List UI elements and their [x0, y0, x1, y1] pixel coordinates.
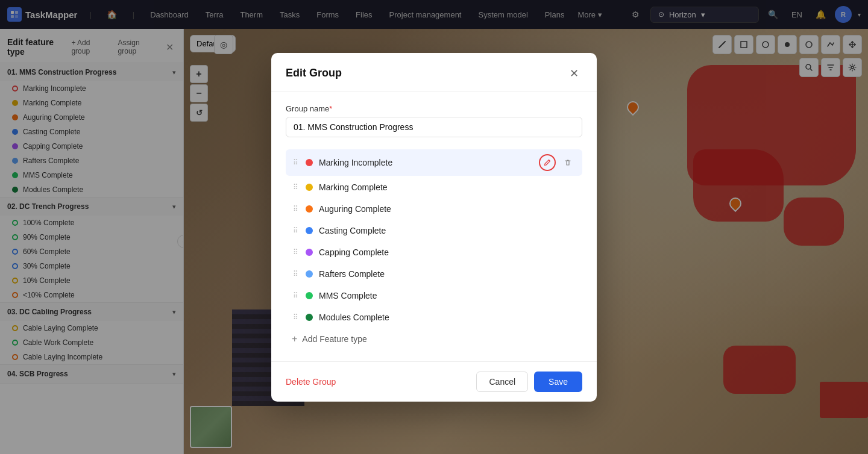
- drag-handle[interactable]: ⠿: [292, 225, 300, 236]
- drag-handle[interactable]: ⠿: [292, 312, 300, 323]
- drag-handle[interactable]: ⠿: [292, 204, 300, 214]
- feature-type-item-capping-complete: ⠿ Capping Complete: [286, 242, 582, 263]
- feature-color-dot: [306, 227, 313, 234]
- feature-type-name: Marking Incomplete: [319, 158, 533, 167]
- feature-type-item-mms-complete: ⠿ MMS Complete: [286, 285, 582, 306]
- modal-overlay[interactable]: Edit Group ✕ Group name* ⠿ Marking Incom…: [0, 0, 868, 454]
- feature-type-name: Marking Complete: [319, 182, 570, 192]
- feature-type-item-casting-complete: ⠿ Casting Complete: [286, 220, 582, 241]
- feature-color-dot: [306, 184, 313, 191]
- drag-handle[interactable]: ⠿: [292, 290, 300, 301]
- feature-type-name: MMS Complete: [319, 291, 570, 300]
- drag-handle[interactable]: ⠿: [292, 269, 300, 279]
- feature-type-name: Capping Complete: [319, 247, 570, 257]
- feature-color-dot: [306, 314, 313, 321]
- modal-title: Edit Group: [286, 67, 342, 79]
- add-feature-label: Add Feature type: [302, 334, 366, 344]
- save-btn[interactable]: Save: [534, 372, 582, 392]
- group-name-field: Group name*: [286, 104, 582, 137]
- group-name-label: Group name*: [286, 104, 582, 113]
- edit-group-modal: Edit Group ✕ Group name* ⠿ Marking Incom…: [271, 53, 597, 402]
- footer-actions: Cancel Save: [476, 372, 582, 392]
- edit-feature-type-btn[interactable]: [539, 154, 556, 171]
- feature-type-item-marking-incomplete: ⠿ Marking Incomplete: [286, 149, 582, 176]
- feature-color-dot: [306, 205, 313, 213]
- delete-feature-type-btn[interactable]: [559, 154, 576, 171]
- modal-close-btn[interactable]: ✕: [565, 65, 582, 82]
- required-marker: *: [329, 104, 332, 113]
- modal-footer: Delete Group Cancel Save: [271, 361, 597, 402]
- cancel-btn[interactable]: Cancel: [476, 372, 528, 392]
- modal-header: Edit Group ✕: [271, 53, 597, 92]
- drag-handle[interactable]: ⠿: [292, 157, 300, 168]
- drag-handle[interactable]: ⠿: [292, 182, 300, 193]
- feature-type-item-auguring-complete: ⠿ Auguring Complete: [286, 199, 582, 219]
- delete-group-btn[interactable]: Delete Group: [286, 377, 336, 387]
- feature-color-dot: [306, 270, 313, 278]
- feature-color-dot: [306, 249, 313, 256]
- feature-type-item-marking-complete: ⠿ Marking Complete: [286, 177, 582, 197]
- drag-handle[interactable]: ⠿: [292, 247, 300, 258]
- feature-type-actions: [539, 154, 576, 171]
- feature-type-item-rafters-complete: ⠿ Rafters Complete: [286, 264, 582, 284]
- add-feature-type-btn[interactable]: + Add Feature type: [286, 329, 582, 349]
- feature-type-name: Auguring Complete: [319, 204, 570, 214]
- feature-type-name: Modules Complete: [319, 313, 570, 322]
- modal-body: Group name* ⠿ Marking Incomplete: [271, 92, 597, 361]
- add-feature-icon: +: [292, 334, 297, 344]
- feature-type-name: Rafters Complete: [319, 269, 570, 279]
- feature-type-name: Casting Complete: [319, 226, 570, 235]
- feature-type-item-modules-complete: ⠿ Modules Complete: [286, 307, 582, 328]
- feature-type-list: ⠿ Marking Incomplete ⠿: [286, 149, 582, 328]
- feature-color-dot: [306, 292, 313, 299]
- feature-color-dot: [306, 159, 313, 166]
- group-name-input[interactable]: [286, 117, 582, 137]
